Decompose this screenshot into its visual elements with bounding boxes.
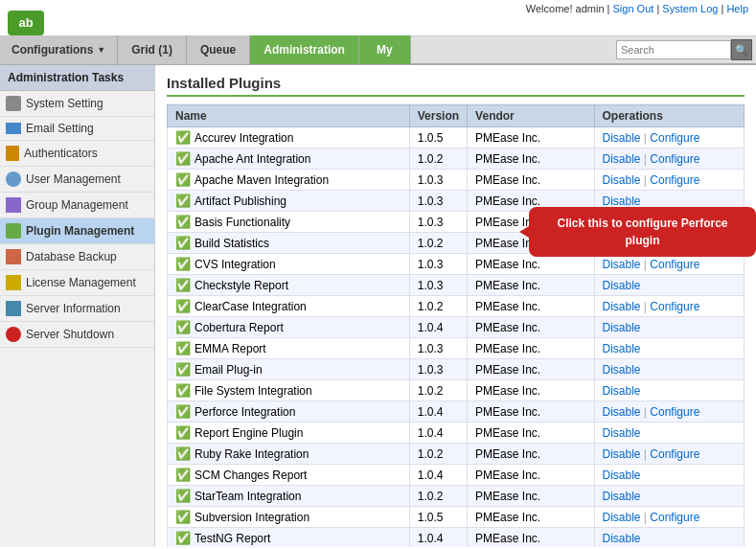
sidebar-item-server-information[interactable]: Server Information [0,296,154,322]
help-link[interactable]: Help [726,3,748,14]
status-check-icon: ✅ [175,194,191,208]
plugin-vendor-cell: PMEase Inc. [468,170,594,191]
plugin-disable-link[interactable]: Disable [603,426,641,440]
plugin-ops-cell: Disable [594,233,745,254]
plugin-name: Apache Maven Integration [195,173,329,187]
nav-queue[interactable]: Queue [187,35,250,64]
plugin-name: Email Plug-in [195,363,263,377]
plugin-ops-cell: Disable [594,380,745,401]
plugin-ops-cell: Disable | Configure [594,444,745,465]
plugin-disable-link[interactable]: Disable [603,384,641,398]
plugin-configure-link[interactable]: Configure [650,173,699,187]
plugin-name-cell: ✅CVS Integration [168,254,410,275]
plugin-name: TestNG Report [195,532,270,545]
main-layout: Administration Tasks System Setting Emai… [0,65,756,547]
plugin-disable-link[interactable]: Disable [603,363,641,377]
user-icon [6,172,21,187]
sign-out-link[interactable]: Sign Out [613,3,654,14]
plugin-disable-link[interactable]: Disable [603,173,641,187]
plugin-disable-link[interactable]: Disable [603,405,641,419]
plugin-configure-link[interactable]: Configure [650,300,699,313]
plugin-configure-link[interactable]: Configure [650,258,699,271]
plugin-disable-link[interactable]: Disable [603,321,641,334]
status-check-icon: ✅ [175,151,191,166]
plugin-disable-link[interactable]: Disable [603,532,641,545]
content-area: Installed Plugins Click this to configur… [155,65,756,547]
plugin-ops-cell: Disable | Configure [594,254,745,275]
table-row: ✅Ruby Rake Integration1.0.2PMEase Inc.Di… [168,444,745,465]
plugin-disable-link[interactable]: Disable [603,300,641,313]
plugin-configure-link[interactable]: Configure [650,405,699,419]
sidebar-item-server-shutdown[interactable]: Server Shutdown [0,322,154,348]
settings-icon [6,96,21,111]
status-check-icon: ✅ [175,320,191,334]
ops-separator: | [641,152,651,166]
plugin-disable-link[interactable]: Disable [603,511,641,524]
nav-my[interactable]: My [359,35,411,64]
plugin-disable-link[interactable]: Disable [603,279,641,292]
plugin-configure-link[interactable]: Configure [650,511,699,524]
plugin-disable-link[interactable]: Disable [603,152,641,166]
nav-grid[interactable]: Grid (1) [118,35,187,64]
table-row: ✅ClearCase Integration1.0.2PMEase Inc.Di… [168,296,745,317]
plugin-ops-cell: Disable | Configure [594,401,745,423]
plugin-ops-cell: Disable [594,191,745,212]
plugin-version-cell: 1.0.4 [409,528,467,548]
plugin-name-cell: ✅Apache Maven Integration [168,170,410,191]
status-check-icon: ✅ [175,130,191,145]
plugin-version-cell: 1.0.4 [409,317,467,338]
table-row: ✅Cobertura Report1.0.4PMEase Inc.Disable [168,317,745,338]
plugin-vendor-cell: PMEase Inc. [468,212,594,233]
plugin-disable-link[interactable]: Disable [603,469,641,482]
nav-administration[interactable]: Administration [250,35,359,64]
plugin-ops-cell: Disable [594,359,745,380]
sidebar-item-group-management[interactable]: Group Management [0,193,154,218]
sidebar-item-system-setting[interactable]: System Setting [0,91,154,117]
status-check-icon: ✅ [175,383,191,398]
plugin-configure-link[interactable]: Configure [650,152,699,166]
plugin-vendor-cell: PMEase Inc. [468,275,594,296]
lock-icon [6,146,19,161]
plugin-name: Report Engine Plugin [195,426,303,440]
plugin-name-cell: ✅EMMA Report [168,338,410,359]
table-row: ✅SCM Changes Report1.0.4PMEase Inc.Disab… [168,465,745,486]
logo: ab [8,11,44,35]
plugin-version-cell: 1.0.3 [409,170,467,191]
ops-separator: | [641,300,651,313]
sidebar-item-authenticators[interactable]: Authenticators [0,141,154,167]
plugin-version-cell: 1.0.2 [409,380,467,401]
logo-box: ab [8,11,44,35]
plugin-disable-link[interactable]: Disable [603,194,641,208]
sidebar-item-database-backup[interactable]: Database Backup [0,244,154,270]
plugin-disable-link[interactable]: Disable [603,258,641,271]
status-check-icon: ✅ [175,446,191,461]
sidebar-item-email-setting[interactable]: Email Setting [0,117,154,141]
plugin-vendor-cell: PMEase Inc. [468,465,594,486]
plugin-disable-link[interactable]: Disable [603,490,641,503]
plugin-disable-link[interactable]: Disable [603,342,641,355]
plugin-disable-link[interactable]: Disable [603,237,641,250]
status-check-icon: ✅ [175,341,191,355]
sidebar-item-license-management[interactable]: License Management [0,270,154,296]
search-button[interactable]: 🔍 [731,39,752,60]
table-row: ✅StarTeam Integration1.0.2PMEase Inc.Dis… [168,486,745,507]
table-row: ✅Email Plug-in1.0.3PMEase Inc.Disable [168,359,745,380]
nav-configurations[interactable]: Configurations ▼ [0,35,118,64]
sidebar-item-plugin-management[interactable]: Plugin Management [0,218,154,244]
plugin-disable-link[interactable]: Disable [603,447,641,461]
plugin-configure-link[interactable]: Configure [650,131,699,145]
plugin-vendor-cell: PMEase Inc. [468,296,594,317]
system-log-link[interactable]: System Log [662,3,718,14]
ops-separator: | [641,131,651,145]
plugin-version-cell: 1.0.4 [409,401,467,423]
plugin-name: EMMA Report [195,342,266,355]
col-version: Version [409,105,467,127]
sidebar-item-user-management[interactable]: User Management [0,167,154,193]
col-vendor: Vendor [468,105,594,127]
plugin-name: Checkstyle Report [195,279,288,292]
plugin-name-cell: ✅StarTeam Integration [168,486,410,507]
plugin-disable-link[interactable]: Disable [603,131,641,145]
plugin-disable-link[interactable]: Disable [603,216,641,229]
search-input[interactable] [616,40,731,59]
plugin-configure-link[interactable]: Configure [650,447,699,461]
